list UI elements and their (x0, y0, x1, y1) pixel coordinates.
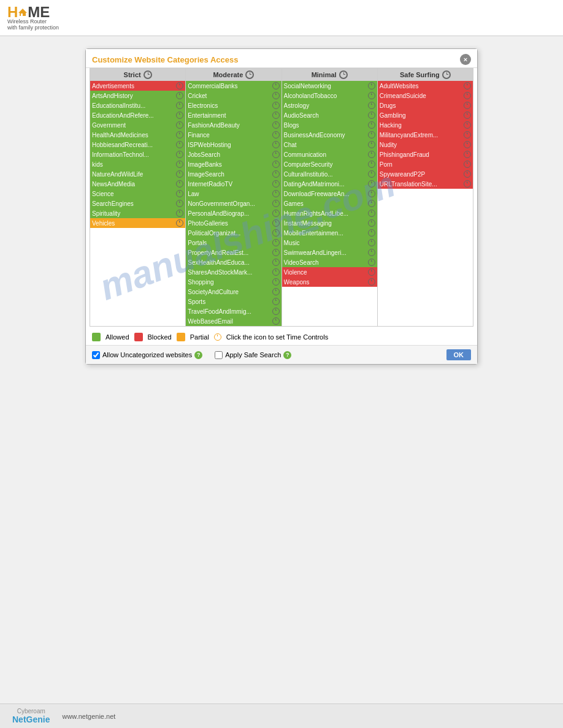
item-clock-icon[interactable] (464, 141, 471, 148)
item-clock-icon[interactable] (464, 161, 471, 168)
list-item[interactable]: HealthAndMedicines (90, 130, 185, 140)
item-clock-icon[interactable] (272, 200, 280, 207)
list-item[interactable]: SpywareandP2P (378, 169, 473, 179)
list-item[interactable]: AudioSearch (282, 110, 377, 120)
list-item[interactable]: Portals (186, 238, 281, 248)
item-clock-icon[interactable] (368, 249, 375, 256)
item-clock-icon[interactable] (272, 141, 280, 148)
list-item[interactable]: ISPWebHosting (186, 140, 281, 150)
list-item[interactable]: Hacking (378, 120, 473, 130)
apply-safe-search-help-icon[interactable]: ? (283, 351, 291, 359)
item-clock-icon[interactable] (368, 151, 375, 158)
apply-safe-search-checkbox[interactable] (215, 351, 223, 359)
allow-uncategorized-label[interactable]: Allow Uncategorized websites ? (92, 351, 202, 359)
item-clock-icon[interactable] (272, 229, 280, 237)
list-item[interactable]: Law (186, 189, 281, 199)
item-clock-icon[interactable] (368, 141, 375, 148)
item-clock-icon[interactable] (368, 239, 375, 246)
list-item[interactable]: Finance (186, 130, 281, 140)
item-clock-icon[interactable] (176, 92, 183, 99)
item-clock-icon[interactable] (272, 278, 280, 286)
item-clock-icon[interactable] (176, 161, 183, 168)
moderate-clock-icon[interactable] (245, 70, 254, 79)
item-clock-icon[interactable] (464, 121, 471, 129)
list-item[interactable]: CulturalInstitutio... (282, 169, 377, 179)
item-clock-icon[interactable] (464, 112, 471, 119)
item-clock-icon[interactable] (368, 170, 375, 178)
list-item[interactable]: Spirituality (90, 208, 185, 218)
item-clock-icon[interactable] (176, 170, 183, 178)
item-clock-icon[interactable] (176, 210, 183, 217)
list-item[interactable]: TravelFoodAndImmig... (186, 306, 281, 316)
item-clock-icon[interactable] (272, 288, 280, 295)
list-item[interactable]: URLTranslationSite... (378, 179, 473, 189)
list-item[interactable]: ImageSearch (186, 169, 281, 179)
ok-button[interactable]: OK (446, 349, 472, 360)
list-item[interactable]: Violence (282, 267, 377, 277)
item-clock-icon[interactable] (368, 200, 375, 207)
list-item[interactable]: ArtsAndHistory (90, 91, 185, 100)
list-item[interactable]: InstantMessaging (282, 218, 377, 228)
list-item[interactable]: MilitancyandExtrem... (378, 130, 473, 140)
list-item[interactable]: Blogs (282, 120, 377, 130)
list-item[interactable]: kids (90, 159, 185, 169)
list-item[interactable]: PropertyAndRealEst... (186, 248, 281, 257)
item-clock-icon[interactable] (272, 210, 280, 217)
item-clock-icon[interactable] (368, 278, 375, 286)
item-clock-icon[interactable] (464, 151, 471, 158)
close-button[interactable]: × (460, 54, 471, 65)
item-clock-icon[interactable] (368, 229, 375, 237)
list-item[interactable]: Drugs (378, 100, 473, 110)
item-clock-icon[interactable] (176, 102, 183, 109)
item-clock-icon[interactable] (272, 180, 280, 188)
item-clock-icon[interactable] (272, 259, 280, 266)
minimal-clock-icon[interactable] (339, 70, 348, 79)
apply-safe-search-label[interactable]: Apply Safe Search ? (215, 351, 291, 359)
list-item[interactable]: EducationAndRefere... (90, 110, 185, 120)
list-item[interactable]: HumanRightsAndLibe... (282, 208, 377, 218)
item-clock-icon[interactable] (464, 131, 471, 138)
item-clock-icon[interactable] (368, 190, 375, 197)
list-item[interactable]: Government (90, 120, 185, 130)
list-item[interactable]: AlcoholandTobacco (282, 91, 377, 100)
item-clock-icon[interactable] (368, 121, 375, 129)
list-item[interactable]: Games (282, 199, 377, 208)
item-clock-icon[interactable] (464, 180, 471, 188)
item-clock-icon[interactable] (176, 180, 183, 188)
list-item[interactable]: Music (282, 238, 377, 248)
item-clock-icon[interactable] (272, 131, 280, 138)
item-clock-icon[interactable] (368, 259, 375, 266)
item-clock-icon[interactable] (368, 92, 375, 99)
list-item[interactable]: PhotoGalleries (186, 218, 281, 228)
item-clock-icon[interactable] (272, 102, 280, 109)
item-clock-icon[interactable] (272, 308, 280, 315)
item-clock-icon[interactable] (368, 219, 375, 227)
item-clock-icon[interactable] (176, 219, 183, 227)
item-clock-icon[interactable] (176, 112, 183, 119)
list-item[interactable]: DownloadFreewareAn... (282, 189, 377, 199)
list-item[interactable]: SocietyAndCulture (186, 287, 281, 297)
list-item[interactable]: WebBasedEmail (186, 316, 281, 326)
item-clock-icon[interactable] (464, 170, 471, 178)
list-item[interactable]: NonGovernmentOrgan... (186, 199, 281, 208)
list-item[interactable]: SearchEngines (90, 199, 185, 208)
item-clock-icon[interactable] (176, 131, 183, 138)
list-item[interactable]: PoliticalOrganizat... (186, 228, 281, 238)
item-clock-icon[interactable] (368, 112, 375, 119)
list-item[interactable]: CommercialBanks (186, 81, 281, 91)
list-item[interactable]: InformationTechnol... (90, 150, 185, 159)
strict-clock-icon[interactable] (144, 70, 152, 79)
list-item[interactable]: CrimeandSuicide (378, 91, 473, 100)
list-item[interactable]: DatingAndMatrimoni... (282, 179, 377, 189)
list-item[interactable]: Sports (186, 297, 281, 306)
item-clock-icon[interactable] (176, 190, 183, 197)
item-clock-icon[interactable] (368, 131, 375, 138)
item-clock-icon[interactable] (464, 82, 471, 89)
list-item[interactable]: Nudity (378, 140, 473, 150)
list-item[interactable]: FashionAndBeauty (186, 120, 281, 130)
item-clock-icon[interactable] (176, 121, 183, 129)
item-clock-icon[interactable] (176, 82, 183, 89)
item-clock-icon[interactable] (368, 102, 375, 109)
list-item[interactable]: VideoSearch (282, 257, 377, 267)
list-item[interactable]: NatureAndWildLife (90, 169, 185, 179)
